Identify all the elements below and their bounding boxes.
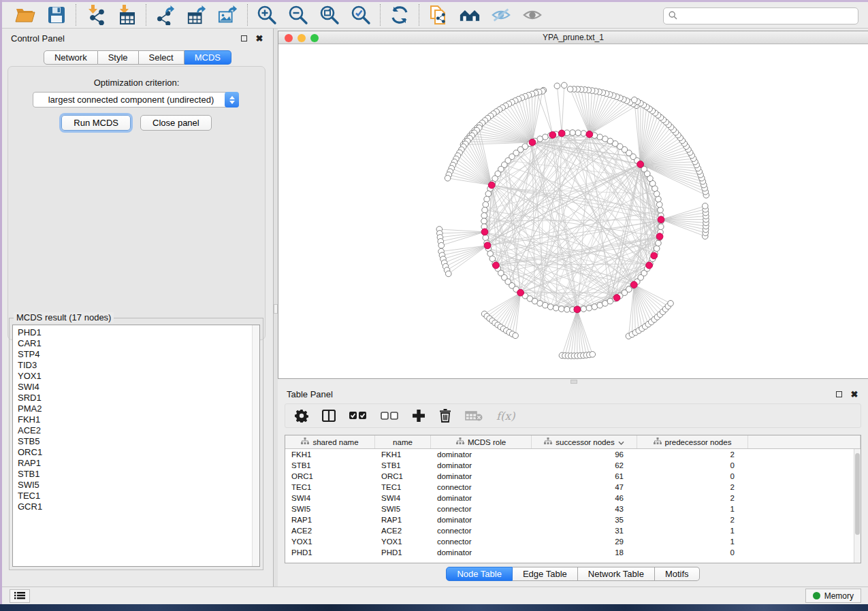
hide-selected-icon[interactable] — [491, 5, 511, 25]
column-header-predecessor-nodes[interactable]: predecessor nodes — [637, 435, 748, 448]
cell-predecessor_nodes: 2 — [637, 516, 748, 524]
node-table[interactable]: shared namenameMCDS rolesuccessor nodesp… — [285, 435, 861, 563]
result-node-item[interactable]: TID3 — [18, 360, 259, 371]
result-node-item[interactable]: STP4 — [18, 349, 259, 360]
result-node-item[interactable]: GCR1 — [18, 501, 259, 512]
network-column-icon — [301, 437, 309, 446]
table-row[interactable]: STB1STB1dominator620 — [285, 460, 854, 471]
tab-style[interactable]: Style — [98, 50, 139, 65]
apply-layout-icon[interactable] — [389, 5, 410, 25]
cell-mcds_role: dominator — [431, 472, 532, 480]
show-all-icon[interactable] — [522, 5, 543, 25]
result-node-item[interactable]: PHD1 — [18, 327, 259, 338]
export-table-icon[interactable] — [187, 5, 207, 25]
window-minimize-icon[interactable] — [298, 34, 306, 42]
export-network-icon[interactable] — [155, 5, 176, 25]
result-node-item[interactable]: RAP1 — [18, 458, 259, 469]
network-window-titlebar[interactable]: YPA_prune.txt_1 — [278, 31, 868, 44]
zoom-selected-icon[interactable] — [351, 5, 371, 25]
table-row[interactable]: ACE2ACE2connector311 — [285, 525, 854, 536]
network-from-selection-icon[interactable] — [428, 5, 449, 25]
table-tab-network-table[interactable]: Network Table — [578, 567, 655, 581]
search-input[interactable] — [681, 11, 853, 22]
table-row[interactable]: TEC1TEC1connector472 — [285, 482, 854, 493]
window-maximize-icon[interactable] — [310, 34, 319, 42]
tab-select[interactable]: Select — [139, 50, 184, 65]
result-node-item[interactable]: SWI5 — [18, 480, 259, 491]
result-list-scrollbar[interactable] — [252, 325, 259, 566]
table-body: FKH1FKH1dominator962STB1STB1dominator620… — [285, 449, 854, 563]
first-neighbors-icon[interactable] — [460, 5, 480, 25]
table-row[interactable]: RAP1RAP1dominator352 — [285, 514, 854, 525]
zoom-fit-icon[interactable] — [319, 5, 340, 25]
select-all-icon[interactable] — [349, 408, 367, 424]
close-table-panel-icon[interactable]: ✖ — [850, 389, 859, 399]
result-node-item[interactable]: ACE2 — [18, 425, 259, 436]
table-row[interactable]: SWI5SWI5connector431 — [285, 503, 854, 514]
import-table-icon[interactable] — [116, 5, 137, 25]
result-node-item[interactable]: YOX1 — [18, 371, 259, 382]
result-node-item[interactable]: STB5 — [18, 436, 259, 447]
result-node-item[interactable]: PMA2 — [18, 403, 259, 414]
window-close-icon[interactable] — [285, 34, 293, 42]
column-header-shared-name[interactable]: shared name — [285, 435, 375, 448]
columns-icon[interactable] — [322, 408, 336, 424]
horizontal-divider-grip[interactable] — [570, 380, 577, 384]
table-scrollbar[interactable] — [854, 449, 861, 563]
result-node-item[interactable]: ORC1 — [18, 447, 259, 458]
table-row[interactable]: ORC1ORC1dominator610 — [285, 471, 854, 482]
table-tab-motifs[interactable]: Motifs — [655, 567, 700, 581]
result-node-item[interactable]: SWI4 — [18, 382, 259, 393]
import-network-icon[interactable] — [85, 5, 106, 25]
column-header-MCDS-role[interactable]: MCDS role — [431, 435, 532, 448]
run-mcds-button[interactable]: Run MCDS — [61, 115, 131, 131]
cell-name: ORC1 — [375, 472, 431, 480]
task-history-button[interactable] — [10, 589, 30, 603]
cell-predecessor_nodes: 0 — [637, 461, 748, 469]
tab-mcds[interactable]: MCDS — [184, 50, 231, 65]
result-node-item[interactable]: STB1 — [18, 469, 259, 480]
result-node-item[interactable]: FKH1 — [18, 414, 259, 425]
result-node-item[interactable]: CAR1 — [18, 338, 259, 349]
cell-predecessor_nodes: 1 — [637, 505, 748, 513]
memory-label: Memory — [824, 591, 854, 601]
optimization-criterion-dropdown[interactable]: largest connected component (undirected) — [33, 92, 239, 108]
table-row[interactable]: FKH1FKH1dominator962 — [285, 449, 854, 460]
memory-button[interactable]: Memory — [805, 589, 861, 603]
function-icon: f(x) — [496, 408, 515, 424]
cell-successor_nodes: 29 — [532, 538, 637, 546]
column-header-filler — [748, 435, 861, 448]
float-table-panel-icon[interactable] — [834, 389, 843, 399]
table-scrollbar-thumb[interactable] — [855, 453, 860, 535]
table-tab-node-table[interactable]: Node Table — [446, 567, 513, 581]
zoom-in-icon[interactable] — [257, 5, 277, 25]
table-row[interactable]: YOX1YOX1connector291 — [285, 536, 854, 547]
add-icon[interactable] — [412, 408, 425, 424]
open-file-icon[interactable] — [15, 5, 35, 25]
float-panel-icon[interactable] — [239, 33, 248, 43]
table-row[interactable]: PHD1PHD1dominator180 — [285, 547, 854, 558]
column-header-successor-nodes[interactable]: successor nodes — [532, 435, 637, 448]
delete-icon[interactable] — [439, 408, 451, 424]
tab-network[interactable]: Network — [44, 50, 98, 65]
list-icon — [14, 590, 25, 602]
cell-name: RAP1 — [375, 516, 431, 524]
cell-name: YOX1 — [375, 538, 431, 546]
optimization-criterion-label: Optimization criterion: — [8, 78, 265, 88]
deselect-all-icon[interactable] — [381, 408, 398, 424]
save-session-icon[interactable] — [46, 5, 67, 25]
table-row[interactable]: SWI4SWI4dominator462 — [285, 493, 854, 503]
mcds-result-list[interactable]: PHD1CAR1STP4TID3YOX1SWI4SRD1PMA2FKH1ACE2… — [12, 325, 260, 567]
result-node-item[interactable]: SRD1 — [18, 393, 259, 403]
table-tab-edge-table[interactable]: Edge Table — [513, 567, 578, 581]
search-box[interactable] — [663, 7, 858, 24]
export-image-icon[interactable] — [218, 5, 238, 25]
gear-icon[interactable] — [295, 408, 308, 424]
mcds-result-title: MCDS result (17 nodes) — [14, 312, 114, 323]
network-canvas[interactable] — [278, 45, 868, 378]
zoom-out-icon[interactable] — [288, 5, 308, 25]
result-node-item[interactable]: TEC1 — [18, 491, 259, 501]
close-panel-icon[interactable]: ✖ — [255, 33, 264, 43]
column-header-name[interactable]: name — [375, 435, 431, 448]
close-panel-button[interactable]: Close panel — [140, 115, 212, 131]
